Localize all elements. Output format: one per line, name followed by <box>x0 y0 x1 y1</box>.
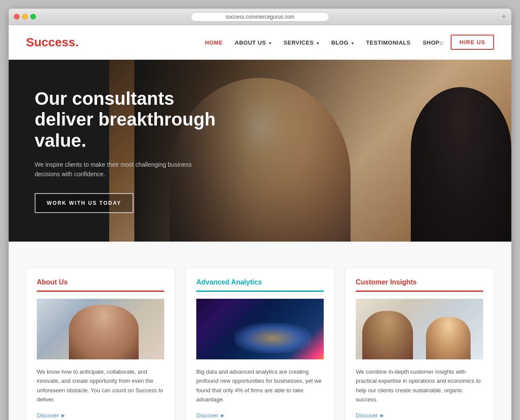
close-button[interactable] <box>14 14 20 19</box>
search-icon[interactable]: ⌕ <box>439 39 444 46</box>
navbar: Success. HOME ABOUT US ▾ SERVICES ▾ BLOG… <box>9 25 511 60</box>
card-about-us: About Us We know how to anticipate, coll… <box>26 268 175 420</box>
cards-container: About Us We know how to anticipate, coll… <box>26 268 494 420</box>
browser-window: success.commercegurus.com + Success. HOM… <box>9 9 511 420</box>
hire-us-button[interactable]: HIRE US <box>451 35 494 50</box>
nav-link-blog[interactable]: BLOG ▾ <box>331 39 354 46</box>
nav-link-shop[interactable]: SHOP <box>422 39 439 46</box>
hero-cta-button[interactable]: WORK WITH US TODAY <box>35 193 133 213</box>
nav-link-services[interactable]: SERVICES ▾ <box>283 39 319 46</box>
card-1-image <box>37 299 164 359</box>
card-2-image <box>196 299 324 359</box>
hero-section: Our consultants deliver breakthrough val… <box>9 60 511 242</box>
minimize-button[interactable] <box>22 14 28 19</box>
card-2-text: Big data and advanced analytics are crea… <box>196 367 324 404</box>
browser-titlebar: success.commercegurus.com + <box>9 9 511 25</box>
maximize-button[interactable] <box>30 14 36 19</box>
website-content: Success. HOME ABOUT US ▾ SERVICES ▾ BLOG… <box>9 25 511 420</box>
arrow-right-icon: ► <box>220 412 226 419</box>
nav-item-services[interactable]: SERVICES ▾ <box>283 39 319 46</box>
hero-content: Our consultants deliver breakthrough val… <box>9 88 260 213</box>
hero-subtitle: We inspire clients to make their most ch… <box>35 160 199 179</box>
card-1-inner: About Us We know how to anticipate, coll… <box>26 268 175 420</box>
card-insights: Customer Insights We combine in-depth cu… <box>345 268 494 420</box>
chevron-down-icon: ▾ <box>269 41 272 45</box>
url-bar[interactable]: success.commercegurus.com <box>191 12 329 22</box>
nav-links: HOME ABOUT US ▾ SERVICES ▾ BLOG ▾ TESTIM… <box>205 39 439 46</box>
nav-item-shop[interactable]: SHOP <box>422 39 439 46</box>
nav-item-home[interactable]: HOME <box>205 39 223 46</box>
nav-link-home[interactable]: HOME <box>205 39 223 46</box>
nav-link-testimonials[interactable]: TESTIMONIALS <box>366 39 411 46</box>
browser-traffic-lights <box>14 14 36 19</box>
nav-item-about[interactable]: ABOUT US ▾ <box>235 39 272 46</box>
card-1-title: About Us <box>37 278 164 292</box>
card-2-link[interactable]: Discover ► <box>196 412 225 419</box>
nav-item-testimonials[interactable]: TESTIMONIALS <box>366 39 411 46</box>
chevron-down-icon: ▾ <box>351 41 354 45</box>
card-1-text: We know how to anticipate, collaborate, … <box>37 367 164 404</box>
site-logo[interactable]: Success. <box>26 36 78 49</box>
nav-item-blog[interactable]: BLOG ▾ <box>331 39 354 46</box>
card-1-link[interactable]: Discover ► <box>37 412 66 419</box>
card-2-title: Advanced Analytics <box>196 278 324 292</box>
url-text: success.commercegurus.com <box>226 14 295 20</box>
chevron-down-icon: ▾ <box>317 41 319 45</box>
card-2-inner: Advanced Analytics Big data and advanced… <box>186 268 334 420</box>
card-3-text: We combine in-depth customer insights wi… <box>356 367 483 404</box>
card-analytics: Advanced Analytics Big data and advanced… <box>185 268 335 420</box>
card-3-link[interactable]: Discover ► <box>356 412 385 419</box>
arrow-right-icon: ► <box>61 412 66 419</box>
arrow-right-icon: ► <box>380 412 385 419</box>
nav-link-about[interactable]: ABOUT US ▾ <box>235 39 272 46</box>
new-tab-button[interactable]: + <box>501 12 506 21</box>
cards-section: About Us We know how to anticipate, coll… <box>9 242 511 420</box>
card-3-inner: Customer Insights We combine in-depth cu… <box>345 268 494 420</box>
card-3-title: Customer Insights <box>356 278 483 292</box>
card-3-image <box>356 299 483 359</box>
hero-title: Our consultants deliver breakthrough val… <box>35 88 234 151</box>
